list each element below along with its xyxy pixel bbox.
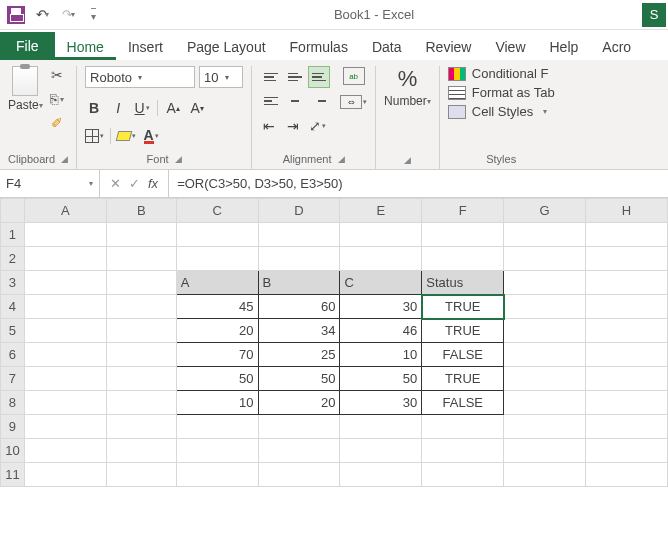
cell[interactable] [176,463,258,487]
cell[interactable] [340,247,422,271]
cell[interactable]: 50 [176,367,258,391]
row-header[interactable]: 8 [1,391,25,415]
tab-view[interactable]: View [483,33,537,60]
cell[interactable]: TRUE [422,319,504,343]
tab-data[interactable]: Data [360,33,414,60]
formula-input[interactable]: =OR(C3>50, D3>50, E3>50) [169,170,668,197]
font-color-button[interactable]: A▾ [142,126,160,146]
cell[interactable] [340,415,422,439]
increase-indent-button[interactable]: ⇥ [284,116,302,136]
cell[interactable] [258,223,340,247]
font-launcher[interactable]: ◢ [175,154,182,164]
format-as-table-button[interactable]: Format as Tab [448,85,555,100]
cell[interactable]: Status [422,271,504,295]
align-middle-button[interactable] [284,66,306,88]
cell[interactable]: 50 [340,367,422,391]
cell[interactable] [586,295,668,319]
tab-file[interactable]: File [0,32,55,60]
cell[interactable] [504,463,586,487]
cell[interactable] [176,439,258,463]
cell[interactable] [258,415,340,439]
align-left-button[interactable] [260,90,282,112]
tab-acrobat[interactable]: Acro [590,33,643,60]
row-header[interactable]: 5 [1,319,25,343]
cell[interactable] [106,247,176,271]
cell[interactable] [24,343,106,367]
cell[interactable] [24,295,106,319]
cell[interactable] [106,463,176,487]
cell[interactable] [24,319,106,343]
row-header[interactable]: 4 [1,295,25,319]
cell[interactable] [586,439,668,463]
cell[interactable]: 46 [340,319,422,343]
paste-button[interactable]: Paste▾ [8,98,43,112]
cell[interactable] [258,247,340,271]
worksheet[interactable]: ABCDEFGH123ABCStatus4456030TRUE5203446TR… [0,198,668,487]
tab-home[interactable]: Home [55,33,116,60]
wrap-text-button[interactable]: ab [340,66,367,86]
cell[interactable]: 20 [258,391,340,415]
cell[interactable] [106,295,176,319]
row-header[interactable]: 10 [1,439,25,463]
cell[interactable] [24,463,106,487]
decrease-indent-button[interactable]: ⇤ [260,116,278,136]
borders-button[interactable]: ▾ [85,126,104,146]
column-header[interactable]: F [422,199,504,223]
cell[interactable] [504,247,586,271]
cell[interactable] [106,367,176,391]
cell[interactable] [422,463,504,487]
cell[interactable] [24,367,106,391]
cell[interactable]: 34 [258,319,340,343]
cell[interactable]: 10 [176,391,258,415]
font-size-combo[interactable]: 10▾ [199,66,243,88]
cell[interactable] [586,343,668,367]
select-all-corner[interactable] [1,199,25,223]
column-header[interactable]: A [24,199,106,223]
cell[interactable] [586,271,668,295]
column-header[interactable]: C [176,199,258,223]
column-header[interactable]: E [340,199,422,223]
cell[interactable] [586,367,668,391]
row-header[interactable]: 11 [1,463,25,487]
cell[interactable]: FALSE [422,391,504,415]
cell[interactable] [504,391,586,415]
alignment-launcher[interactable]: ◢ [338,154,345,164]
cell[interactable]: 25 [258,343,340,367]
orientation-button[interactable]: ⤢▾ [308,116,326,136]
conditional-formatting-button[interactable]: Conditional F [448,66,555,81]
column-header[interactable]: G [504,199,586,223]
column-header[interactable]: B [106,199,176,223]
tab-review[interactable]: Review [414,33,484,60]
cell[interactable] [504,319,586,343]
clipboard-launcher[interactable]: ◢ [61,154,68,164]
align-center-button[interactable] [284,90,306,112]
tab-insert[interactable]: Insert [116,33,175,60]
cell[interactable]: 70 [176,343,258,367]
row-header[interactable]: 3 [1,271,25,295]
cell-styles-button[interactable]: Cell Styles▾ [448,104,555,119]
cell[interactable] [422,247,504,271]
cell[interactable]: 10 [340,343,422,367]
cell[interactable] [504,367,586,391]
underline-button[interactable]: U▾ [133,98,151,118]
cell[interactable] [340,223,422,247]
align-top-button[interactable] [260,66,282,88]
copy-button[interactable]: ▾ [47,90,67,108]
cell[interactable] [422,415,504,439]
cell[interactable] [258,439,340,463]
cell[interactable] [422,439,504,463]
cell[interactable] [504,343,586,367]
cell[interactable] [24,223,106,247]
cell[interactable] [586,463,668,487]
row-header[interactable]: 1 [1,223,25,247]
cell[interactable] [24,415,106,439]
shrink-font-button[interactable]: A▾ [188,98,206,118]
cut-button[interactable] [47,66,67,84]
cell[interactable] [106,439,176,463]
cell[interactable] [24,247,106,271]
cell[interactable] [586,391,668,415]
row-header[interactable]: 7 [1,367,25,391]
cell[interactable] [504,439,586,463]
cell[interactable] [504,271,586,295]
cell[interactable]: 45 [176,295,258,319]
